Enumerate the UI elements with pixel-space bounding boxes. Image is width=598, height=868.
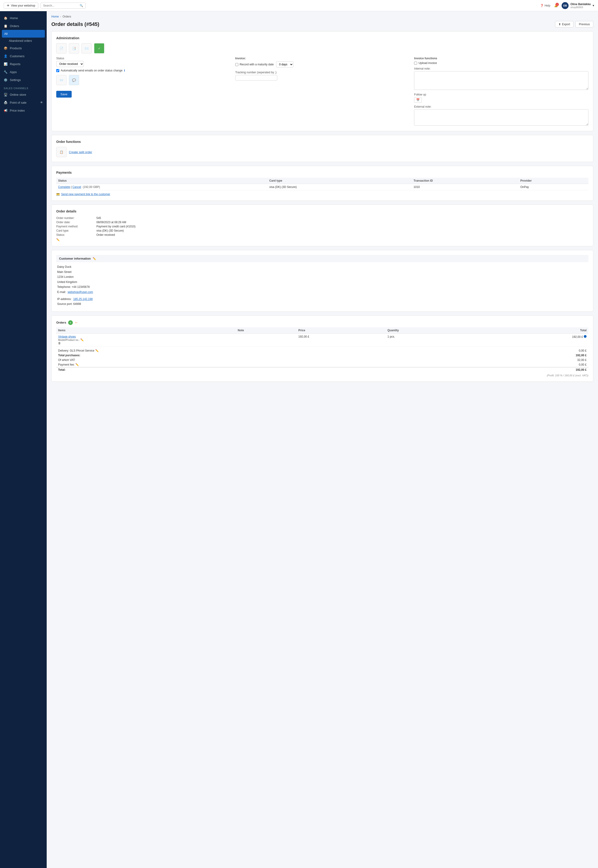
search-input[interactable] bbox=[43, 4, 78, 7]
delete-item-icon[interactable]: 🗑 bbox=[58, 341, 61, 345]
edit-customer-icon[interactable]: ✏️ bbox=[93, 257, 96, 260]
export-icon: ⬆ bbox=[559, 22, 561, 26]
add-order-item-button[interactable]: + bbox=[68, 320, 73, 325]
card-type-label: Card type: bbox=[56, 229, 94, 232]
delivery-label: Delivery: GLS PArcel Service ✏️ bbox=[56, 348, 456, 353]
orders-table: Items Note Price Quantity Total Vintage … bbox=[56, 327, 588, 346]
cancel-link[interactable]: Cancel bbox=[72, 186, 81, 189]
order-details-title: Order details bbox=[56, 210, 588, 213]
create-split-order-link[interactable]: Create split order bbox=[69, 150, 92, 154]
pos-icon: 🖨️ bbox=[4, 100, 7, 104]
tracking-group: Tracking number (seperated by ;) bbox=[235, 71, 410, 81]
payments-cardtype-cell: visa (DK) (3D Secure) bbox=[268, 184, 412, 190]
item-model-label: Model/Product no.: bbox=[58, 338, 80, 341]
customer-email-row: E-mail: webshop@user.com bbox=[57, 290, 588, 295]
internal-note-textarea[interactable] bbox=[414, 71, 588, 90]
upload-invoice-checkbox[interactable] bbox=[414, 61, 417, 65]
sidebar-item-settings[interactable]: ⚙️ Settings bbox=[0, 76, 47, 84]
order-status-label: Status: bbox=[56, 233, 94, 236]
edit-delivery-icon[interactable]: ✏️ bbox=[95, 349, 99, 352]
eye-icon: 👁 bbox=[7, 4, 10, 7]
search-icon: 🔍 bbox=[79, 4, 83, 7]
chat-icon: 💬 bbox=[72, 78, 76, 82]
customer-country: United Kingdom bbox=[57, 280, 588, 285]
layout: 🏠 Home 📋 Orders All Abandoned orders 📦 P… bbox=[0, 11, 598, 868]
invoice-icon-1: 📄 bbox=[60, 47, 63, 50]
edit-status-icon[interactable]: ✏️ bbox=[56, 238, 60, 241]
sidebar-item-price-index[interactable]: 📢 Price index bbox=[0, 106, 47, 114]
vat-row: Of which VAT: 32,00 £ bbox=[56, 358, 588, 362]
delivery-row: Delivery: GLS PArcel Service ✏️ 0,00 £ bbox=[56, 348, 588, 353]
admin-icon-2[interactable]: 📑 bbox=[69, 43, 79, 54]
total-purchases-row: Total purchases: 192,00 £ bbox=[56, 353, 588, 358]
payments-col-cardtype: Card type bbox=[268, 178, 412, 184]
breadcrumb-orders: Orders bbox=[63, 15, 71, 18]
item-note-cell bbox=[236, 334, 296, 346]
order-number-label: Order number: bbox=[56, 216, 94, 220]
orders-section-header: Orders + ← bbox=[56, 320, 588, 325]
status-select[interactable]: Order received bbox=[56, 61, 84, 67]
send-link-icon: 💳 bbox=[56, 193, 60, 196]
sidebar: 🏠 Home 📋 Orders All Abandoned orders 📦 P… bbox=[0, 11, 47, 868]
products-icon: 📦 bbox=[4, 46, 7, 50]
sidebar-item-all-orders[interactable]: All bbox=[2, 30, 45, 37]
tracking-input[interactable] bbox=[235, 75, 277, 81]
edit-fee-icon[interactable]: ✏️ bbox=[75, 363, 79, 366]
header-actions: ⬆ Export Previous bbox=[555, 21, 594, 28]
total-value: 192,00 £ bbox=[456, 367, 588, 372]
order-functions-card: Order functions 📋 Create split order bbox=[51, 135, 594, 162]
sidebar-item-apps[interactable]: 🔧 Apps bbox=[0, 68, 47, 76]
invoice-functions-label: Invoice functions bbox=[414, 57, 588, 60]
administration-card: Administration 📄 📑 ✉️ ✓ bbox=[51, 31, 594, 131]
sidebar-item-online-store[interactable]: 🖥️ Online store bbox=[0, 91, 47, 99]
page-title: Order details (#545) bbox=[51, 21, 99, 27]
sidebar-item-abandoned-orders[interactable]: Abandoned orders bbox=[0, 37, 47, 44]
follow-up-calendar-button[interactable]: 📅 bbox=[414, 97, 422, 103]
split-order-icon-box[interactable]: 📋 bbox=[56, 147, 67, 157]
user-menu[interactable]: OB Oline Bønløkke shop86869 ▾ bbox=[562, 2, 594, 9]
notifications-button[interactable]: 🔔 2 bbox=[554, 4, 558, 7]
edit-item-icon[interactable]: ✏️ bbox=[80, 338, 84, 341]
invoice-checkbox[interactable] bbox=[235, 63, 238, 66]
card-type-value: visa (DK) (3D Secure) bbox=[96, 229, 588, 232]
help-button[interactable]: ❓ Help bbox=[540, 4, 550, 7]
customer-ip-row: IP-address: 185.25.142.198 bbox=[57, 297, 588, 302]
admin-icon-3[interactable]: ✉️ bbox=[81, 43, 92, 54]
sidebar-item-orders[interactable]: 📋 Orders bbox=[0, 22, 47, 30]
sidebar-item-customers[interactable]: 👤 Customers bbox=[0, 52, 47, 60]
complete-link[interactable]: Complete bbox=[58, 186, 70, 189]
blue-dot bbox=[584, 335, 586, 338]
customer-ip-link[interactable]: 185.25.142.198 bbox=[73, 298, 93, 301]
orders-totals-table: Delivery: GLS PArcel Service ✏️ 0,00 £ T… bbox=[56, 348, 588, 372]
sidebar-item-reports[interactable]: 📊 Reports bbox=[0, 60, 47, 68]
sales-channels-label: SALES CHANNELS bbox=[0, 84, 47, 91]
status-label: Status bbox=[56, 57, 230, 60]
admin-icon-6[interactable]: 💬 bbox=[69, 75, 79, 85]
page-header: Order details (#545) ⬆ Export Previous bbox=[51, 21, 594, 28]
item-name-link[interactable]: Vintage shoes bbox=[58, 335, 76, 338]
topbar: 👁 View your webshop 🔍 ❓ Help 🔔 2 OB Olin… bbox=[0, 0, 598, 11]
sidebar-item-products[interactable]: 📦 Products bbox=[0, 44, 47, 52]
invoice-functions-col: Invoice functions Upload invoice Interna… bbox=[414, 57, 588, 126]
export-button[interactable]: ⬆ Export bbox=[555, 21, 574, 28]
breadcrumb-home[interactable]: Home bbox=[51, 15, 59, 18]
auto-email-checkbox[interactable] bbox=[56, 69, 59, 72]
orange-arrow-icon: ← bbox=[75, 320, 78, 325]
sidebar-item-home[interactable]: 🏠 Home bbox=[0, 14, 47, 22]
view-webshop-button[interactable]: 👁 View your webshop bbox=[4, 3, 38, 9]
admin-icon-1[interactable]: 📄 bbox=[56, 43, 67, 54]
sidebar-item-point-of-sale[interactable]: 🖨️ Point of sale 👁 bbox=[0, 99, 47, 106]
customer-email-link[interactable]: webshop@user.com bbox=[68, 290, 93, 294]
internal-note-group: Internal note: bbox=[414, 67, 588, 91]
follow-up-row: 📅 bbox=[414, 97, 588, 103]
admin-icon-5[interactable]: 📨 bbox=[56, 75, 67, 85]
customer-telephone: Telephone: +44 12345678 bbox=[57, 284, 588, 290]
maturity-days-select[interactable]: 0 days bbox=[276, 61, 293, 67]
status-col: Status Order received Automatically send… bbox=[56, 57, 230, 97]
admin-icon-4[interactable]: ✓ bbox=[94, 43, 104, 54]
external-note-textarea[interactable] bbox=[414, 109, 588, 126]
send-payment-link-row[interactable]: 💳 Send new payment link to the customer bbox=[56, 193, 588, 196]
previous-button[interactable]: Previous bbox=[576, 21, 594, 28]
payments-transid-cell: 1010 bbox=[412, 184, 519, 190]
save-button[interactable]: Save bbox=[56, 91, 72, 97]
